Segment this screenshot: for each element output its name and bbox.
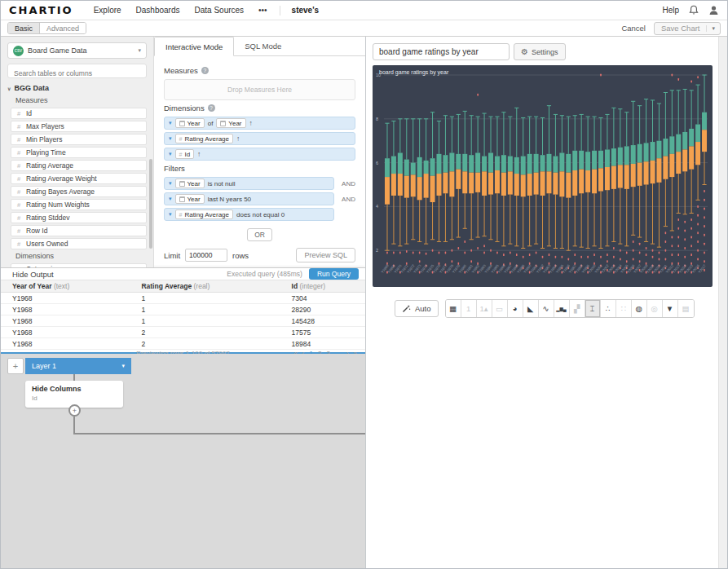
search-input[interactable] <box>8 67 146 80</box>
sort-ascending-icon[interactable]: ↑ <box>249 119 253 127</box>
chevron-down-icon[interactable]: ▾ <box>169 196 172 202</box>
bell-icon[interactable] <box>689 5 699 15</box>
sidebar-search[interactable] <box>7 64 147 78</box>
table-row[interactable]: Y1968217575 <box>1 327 365 338</box>
table-row[interactable]: Y19681145428 <box>1 315 365 327</box>
nav-item-[interactable]: ••• <box>258 6 267 15</box>
save-chart-label[interactable]: Save Chart <box>655 24 707 33</box>
column-type: (text) <box>54 282 69 290</box>
tree-item-categories[interactable]: ACategories <box>11 263 147 267</box>
auto-chart-button[interactable]: Auto <box>395 300 439 317</box>
field-chip-year[interactable]: Year <box>175 194 205 204</box>
mode-basic[interactable]: Basic <box>8 23 40 33</box>
tree-item-label: Rating Stddev <box>26 214 69 222</box>
mode-advanced[interactable]: Advanced <box>40 23 86 33</box>
table-cell: Y1968 <box>1 315 130 327</box>
field-chip-year[interactable]: Year <box>216 118 245 128</box>
table-row[interactable]: Y1968128290 <box>1 304 365 315</box>
field-chip-year[interactable]: Year <box>175 118 205 128</box>
table-chart-icon[interactable]: ▦ <box>446 300 461 317</box>
nav-item-data-sources[interactable]: Data Sources <box>195 6 245 15</box>
cancel-button[interactable]: Cancel <box>621 24 646 33</box>
pipeline-connector <box>73 417 75 434</box>
tree-item-rating-num-weights[interactable]: #Rating Num Weights <box>11 199 147 210</box>
bar-chart-icon[interactable]: ▂▆▄ <box>554 300 570 317</box>
table-cell: 2 <box>130 327 280 338</box>
column-header-id[interactable]: Id (integer) <box>280 280 365 293</box>
tree-item-min-players[interactable]: #Min Players <box>11 134 147 145</box>
scatter-chart-icon[interactable]: ∴ <box>601 300 616 317</box>
dimension-pill[interactable]: ▾#Rating Average↑ <box>164 132 355 145</box>
nav-item-dashboards[interactable]: Dashboards <box>136 6 180 15</box>
calendar-icon <box>179 196 185 202</box>
field-chip-id[interactable]: #Id <box>175 149 195 159</box>
dimension-pill[interactable]: ▾#Id↑ <box>164 148 355 161</box>
tab-sql-mode[interactable]: SQL Mode <box>234 37 292 56</box>
scrollbar-track[interactable] <box>718 37 727 568</box>
chevron-down-icon[interactable]: ▾ <box>169 135 172 142</box>
field-chip-year[interactable]: Year <box>175 179 205 188</box>
tree-item-rating-bayes-average[interactable]: #Rating Bayes Average <box>11 186 147 197</box>
tree-item-rating-average[interactable]: #Rating Average <box>11 160 147 171</box>
nav-item-explore[interactable]: Explore <box>94 6 121 15</box>
tab-interactive-mode[interactable]: Interactive Mode <box>154 37 234 56</box>
filter-pill[interactable]: ▾Yearlast N years 50 <box>164 192 334 205</box>
funnel-chart-icon[interactable]: ▼ <box>663 300 678 317</box>
chevron-down-icon[interactable]: ▾ <box>169 180 172 187</box>
add-step-button[interactable]: + <box>68 404 81 417</box>
help-link[interactable]: Help <box>662 6 679 15</box>
chevron-down-icon[interactable]: ▾ <box>169 211 172 218</box>
field-chip-rating-average[interactable]: #Rating Average <box>175 134 233 143</box>
column-header-rating-average[interactable]: Rating Average (real) <box>130 280 280 293</box>
tree-item-id[interactable]: #Id <box>11 108 147 119</box>
workspace-name[interactable]: steve's <box>292 6 320 15</box>
filter-row: ▾Yearlast N years 50AND <box>164 192 355 205</box>
table-row[interactable]: Y196817304 <box>1 293 365 304</box>
chevron-down-icon[interactable]: ▾ <box>169 120 172 126</box>
pie-chart-icon[interactable]: ◕ <box>508 300 523 317</box>
box-plot-chart-icon[interactable]: ⌶ <box>585 300 601 317</box>
column-header-year-of-year[interactable]: Year of Year (text) <box>1 280 130 293</box>
chevron-down-icon[interactable]: ▾ <box>121 363 125 369</box>
sort-ascending-icon[interactable]: ↑ <box>197 150 201 158</box>
column-type: (integer) <box>299 282 325 290</box>
svg-text:8: 8 <box>376 117 378 121</box>
user-icon[interactable] <box>708 5 719 15</box>
save-caret-icon[interactable]: ▾ <box>706 25 720 32</box>
field-chip-rating-average[interactable]: #Rating Average <box>175 210 233 219</box>
sidebar-scrollbar[interactable] <box>149 159 152 249</box>
sort-ascending-icon[interactable]: ↑ <box>236 135 240 143</box>
area-chart-icon[interactable]: ◣ <box>523 300 539 317</box>
save-chart-button[interactable]: Save Chart ▾ <box>654 22 721 35</box>
datasource-selector[interactable]: CSV Board Game Data ▾ <box>7 42 147 59</box>
add-layer-button[interactable]: + <box>7 358 24 374</box>
filter-pill[interactable]: ▾Yearis not null <box>164 177 334 190</box>
help-icon[interactable]: ? <box>201 67 209 74</box>
tree-item-rating-stddev[interactable]: #Rating Stddev <box>11 212 147 223</box>
table-row[interactable]: Y1968218984 <box>1 338 365 350</box>
chevron-down-icon[interactable]: ▾ <box>169 151 172 157</box>
tree-item-row-id[interactable]: #Row Id <box>11 225 147 236</box>
layer-tab[interactable]: Layer 1 ▾ <box>25 358 131 374</box>
dimension-pill[interactable]: ▾YearofYear↑ <box>164 117 355 130</box>
measures-dropzone[interactable]: Drop Measures Here <box>164 79 355 100</box>
tree-item-playing-time[interactable]: #Playing Time <box>11 147 147 158</box>
tree-root-bgg-data[interactable]: ∨BGG Data <box>1 82 153 94</box>
run-query-button[interactable]: Run Query <box>309 268 359 280</box>
pipeline-canvas[interactable]: + Layer 1 ▾ Hide Columns Id + <box>1 354 365 568</box>
tree-item-max-players[interactable]: #Max Players <box>11 121 147 132</box>
map-chart-icon[interactable]: ◍ <box>632 300 647 317</box>
limit-input[interactable] <box>185 249 227 262</box>
hide-output-toggle[interactable]: Hide Output <box>12 270 54 279</box>
tree-item-rating-average-weight[interactable]: #Rating Average Weight <box>11 173 147 184</box>
column-name: Rating Average <box>141 282 193 290</box>
preview-sql-button[interactable]: Preview SQL <box>296 248 355 262</box>
filter-rows: ▾Yearis not nullAND▾Yearlast N years 50A… <box>164 177 355 221</box>
chart-title-input[interactable] <box>373 43 510 60</box>
tree-item-users-owned[interactable]: #Users Owned <box>11 238 147 249</box>
or-button[interactable]: OR <box>247 228 272 241</box>
line-chart-icon[interactable]: ∿ <box>539 300 554 317</box>
settings-button[interactable]: ⚙ Settings <box>514 43 566 60</box>
help-icon[interactable]: ? <box>208 104 215 112</box>
filter-pill[interactable]: ▾#Rating Averagedoes not equal 0 <box>164 208 334 221</box>
